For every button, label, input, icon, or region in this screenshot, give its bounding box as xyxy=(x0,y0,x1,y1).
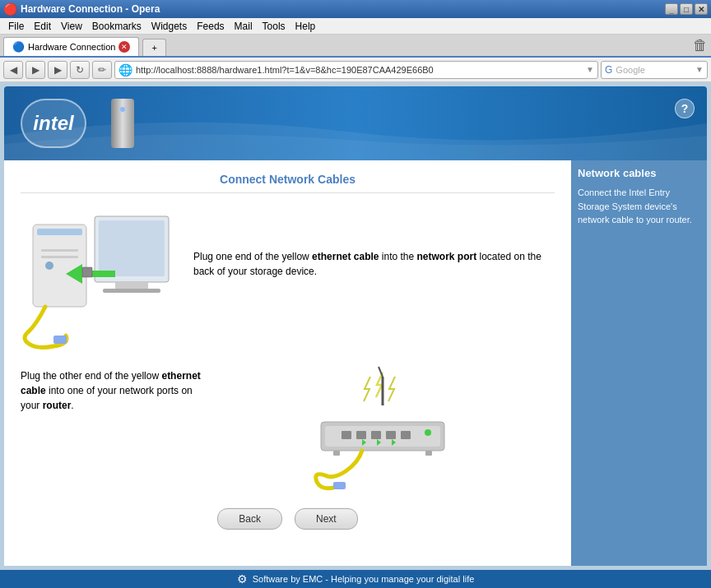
svg-point-24 xyxy=(425,429,431,436)
svg-rect-17 xyxy=(356,431,366,439)
svg-rect-25 xyxy=(333,482,346,489)
svg-rect-20 xyxy=(401,431,411,439)
status-text: Software by EMC - Helping you manage you… xyxy=(253,574,475,584)
edit-button[interactable]: ✏ xyxy=(92,61,112,79)
window-controls[interactable]: _ □ ✕ xyxy=(665,3,708,15)
svg-rect-27 xyxy=(425,451,432,456)
nav-extra-button[interactable]: ▶ xyxy=(48,61,67,79)
menu-help[interactable]: Help xyxy=(290,19,321,34)
tab-bar: 🔵 Hardware Connection ✕ + 🗑 xyxy=(0,35,711,58)
svg-rect-10 xyxy=(82,267,92,277)
svg-rect-18 xyxy=(371,431,381,439)
router-illustration xyxy=(210,360,555,492)
svg-rect-26 xyxy=(333,451,340,456)
menu-feeds[interactable]: Feeds xyxy=(192,19,229,34)
intel-device-icon xyxy=(111,99,134,148)
emc-icon: ⚙ xyxy=(237,572,248,586)
back-button[interactable]: ◀ xyxy=(3,61,23,79)
svg-rect-16 xyxy=(342,431,351,439)
reload-button[interactable]: ↻ xyxy=(70,61,90,79)
instruction-text-2: Plug the other end of the yellow etherne… xyxy=(21,368,210,413)
new-tab-button[interactable]: + xyxy=(142,39,165,56)
search-bar[interactable]: G Google ▼ xyxy=(601,61,708,79)
search-engine-icon: G xyxy=(605,64,612,76)
app-icon: 🔴 xyxy=(3,2,17,16)
url-bar[interactable]: 🌐 http://localhost:8888/hardware1.html?t… xyxy=(114,61,598,79)
url-dropdown-icon[interactable]: ▼ xyxy=(586,65,594,74)
instruction-area-1: Plug one end of the yellow ethernet cabl… xyxy=(21,200,555,348)
sidebar: Network cables Connect the Intel Entry S… xyxy=(571,160,707,566)
menu-tools[interactable]: Tools xyxy=(258,19,290,34)
menu-mail[interactable]: Mail xyxy=(230,19,258,34)
svg-rect-11 xyxy=(53,336,67,344)
forward-button[interactable]: ▶ xyxy=(26,61,45,79)
menu-edit[interactable]: Edit xyxy=(29,19,56,34)
tab-hardware-connection[interactable]: 🔵 Hardware Connection ✕ xyxy=(3,37,139,56)
menu-bar: File Edit View Bookmarks Widgets Feeds M… xyxy=(0,18,711,35)
trash-icon[interactable]: 🗑 xyxy=(693,37,708,54)
back-page-button[interactable]: Back xyxy=(217,508,282,530)
svg-rect-8 xyxy=(103,289,160,293)
help-button[interactable]: ? xyxy=(675,99,695,118)
status-bar: ⚙ Software by EMC - Helping you manage y… xyxy=(0,570,711,588)
title-bar: 🔴 Hardware Connection - Opera _ □ ✕ xyxy=(0,0,711,18)
window-title: Hardware Connection - Opera xyxy=(21,3,160,15)
maximize-button[interactable]: □ xyxy=(680,3,693,15)
instruction-area-2: Plug the other end of the yellow etherne… xyxy=(21,360,555,492)
menu-widgets[interactable]: Widgets xyxy=(146,19,192,34)
main-content-area: Connect Network Cables xyxy=(4,160,707,566)
page-title: Connect Network Cables xyxy=(21,173,555,193)
storage-device-illustration xyxy=(21,200,185,348)
navigation-bar: ◀ ▶ ▶ ↻ ✏ 🌐 http://localhost:8888/hardwa… xyxy=(0,58,711,82)
svg-rect-19 xyxy=(386,431,396,439)
close-button[interactable]: ✕ xyxy=(695,3,708,15)
instruction-text-1: Plug one end of the yellow ethernet cabl… xyxy=(185,200,555,279)
url-icon: 🌐 xyxy=(118,63,132,76)
header-waves xyxy=(4,86,707,160)
menu-bookmarks[interactable]: Bookmarks xyxy=(87,19,146,34)
search-dropdown-icon[interactable]: ▼ xyxy=(695,65,704,74)
tab-label: Hardware Connection xyxy=(28,42,115,52)
sidebar-title: Network cables xyxy=(578,167,700,179)
next-page-button[interactable]: Next xyxy=(295,508,358,530)
svg-point-2 xyxy=(45,262,53,270)
svg-rect-4 xyxy=(41,256,78,258)
minimize-button[interactable]: _ xyxy=(665,3,678,15)
menu-view[interactable]: View xyxy=(56,19,87,34)
search-placeholder: Google xyxy=(616,65,695,75)
svg-rect-7 xyxy=(115,282,148,289)
svg-rect-1 xyxy=(37,229,82,235)
nav-buttons-area: Back Next xyxy=(21,508,555,530)
menu-file[interactable]: File xyxy=(3,19,29,34)
page-content: intel ? Connect Network Cables xyxy=(0,82,711,570)
tab-close-button[interactable]: ✕ xyxy=(118,41,130,53)
svg-rect-6 xyxy=(99,220,165,276)
device-led xyxy=(120,107,125,112)
intel-header: intel ? xyxy=(4,86,707,160)
sidebar-text: Connect the Intel Entry Storage System d… xyxy=(578,186,700,227)
url-text: http://localhost:8888/hardware1.html?t=1… xyxy=(136,65,586,75)
svg-rect-3 xyxy=(41,249,78,252)
content-section: Connect Network Cables xyxy=(4,160,571,566)
svg-rect-0 xyxy=(33,225,86,307)
